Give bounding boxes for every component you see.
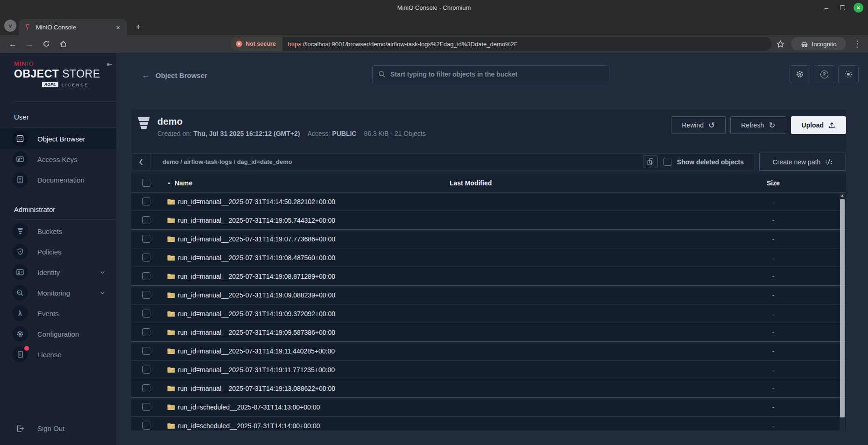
search-input[interactable] [386, 71, 609, 78]
object-size: - [731, 403, 815, 411]
scroll-up-arrow-icon[interactable]: ▲ [840, 193, 845, 198]
tab-close-button[interactable]: × [114, 23, 122, 31]
row-checkbox[interactable] [142, 254, 150, 261]
create-new-path-button[interactable]: Create new path [759, 153, 846, 171]
sidebar-item-label: Access Keys [37, 155, 78, 163]
brand-min: MIN [14, 60, 27, 67]
buckets-icon [17, 227, 24, 235]
copy-path-button[interactable] [643, 155, 658, 168]
upload-button[interactable]: Upload [791, 116, 846, 134]
not-secure-icon: ✕ [236, 41, 242, 47]
bucket-icon [137, 116, 151, 132]
reload-button[interactable] [39, 37, 53, 51]
show-deleted-checkbox[interactable] [663, 158, 671, 166]
browser-forward-button[interactable]: → [22, 37, 36, 51]
sidebar-item-buckets[interactable]: Buckets [0, 221, 116, 241]
scrollbar-thumb[interactable] [840, 199, 845, 417]
address-bar[interactable]: ✕ Not secure https://localhost:9001/brow… [230, 37, 771, 51]
tab-strip: ˅ MinIO Console × + [0, 15, 868, 35]
object-size: - [731, 273, 815, 280]
table-row[interactable]: run_id=manual__2025-07-31T14:19:13.08862… [131, 379, 846, 398]
sort-asc-icon[interactable]: ▲ [167, 181, 171, 185]
breadcrumb[interactable]: demo / airflow-task-logs / dag_id=date_d… [150, 158, 643, 165]
help-button[interactable]: ? [814, 65, 834, 83]
window-maximize-button[interactable] [838, 3, 847, 13]
bucket-panel: demo Created on: Thu, Jul 31 2025 16:12:… [131, 110, 846, 423]
folder-icon [167, 254, 175, 261]
table-row[interactable]: run_id=manual__2025-07-31T14:19:09.58738… [131, 323, 846, 342]
table-row[interactable]: run_id=manual__2025-07-31T14:19:09.08823… [131, 286, 846, 304]
column-header-name[interactable]: Name [175, 179, 192, 187]
home-button[interactable] [56, 37, 70, 51]
select-all-checkbox[interactable] [142, 179, 150, 187]
table-row[interactable]: run_id=manual__2025-07-31T14:19:11.77123… [131, 360, 846, 379]
row-checkbox[interactable] [142, 384, 150, 392]
tab-search-button[interactable]: ˅ [4, 20, 16, 32]
sidebar-item-policies[interactable]: Policies [0, 241, 116, 262]
table-row[interactable]: run_id=scheduled__2025-07-31T14:13:00+00… [131, 398, 846, 417]
refresh-button[interactable]: Refresh ↻ [730, 116, 786, 134]
row-checkbox[interactable] [142, 216, 150, 224]
row-checkbox[interactable] [142, 235, 150, 243]
sidebar-divider [14, 219, 116, 220]
table-row[interactable]: run_id=manual__2025-07-31T14:14:50.28210… [131, 192, 846, 211]
row-checkbox[interactable] [142, 422, 150, 430]
create-path-icon [825, 159, 833, 165]
brand-object: OBJECT [14, 68, 59, 80]
settings-button[interactable] [790, 65, 810, 83]
object-size: - [731, 366, 815, 374]
object-name: run_id=scheduled__2025-07-31T14:13:00+00… [178, 403, 320, 411]
table-row[interactable]: run_id=manual__2025-07-31T14:19:09.37209… [131, 304, 846, 323]
created-label: Created on: [157, 130, 191, 137]
row-checkbox[interactable] [142, 272, 150, 280]
row-checkbox[interactable] [142, 198, 150, 205]
sidebar-divider [14, 127, 116, 127]
table-row[interactable]: run_id=manual__2025-07-31T14:19:05.74431… [131, 211, 846, 230]
table-row[interactable]: run_id=manual__2025-07-31T14:19:08.48756… [131, 248, 846, 267]
sidebar-item-documentation[interactable]: Documentation [0, 170, 116, 190]
browser-tab[interactable]: MinIO Console × [19, 19, 127, 35]
row-checkbox[interactable] [142, 347, 150, 355]
path-bar: demo / airflow-task-logs / dag_id=date_d… [131, 153, 755, 171]
column-header-size[interactable]: Size [731, 179, 815, 187]
new-tab-button[interactable]: + [132, 21, 144, 33]
row-checkbox[interactable] [142, 366, 150, 374]
sidebar-item-configuration[interactable]: Configuration [0, 324, 116, 344]
table-row[interactable]: run_id=manual__2025-07-31T14:19:07.77368… [131, 230, 846, 248]
folder-icon [167, 423, 175, 429]
window-close-button[interactable]: × [854, 3, 863, 13]
sidebar-item-license[interactable]: License [0, 344, 116, 365]
sidebar-item-events[interactable]: λ Events [0, 303, 116, 324]
access-label: Access: [307, 130, 330, 137]
column-header-last-modified[interactable]: Last Modified [442, 179, 731, 187]
object-name: run_id=manual__2025-07-31T14:19:05.74431… [178, 217, 335, 224]
sidebar-item-object-browser[interactable]: Object Browser [0, 128, 116, 149]
theme-toggle-button[interactable] [838, 65, 859, 83]
page-back-icon[interactable]: ← [141, 71, 150, 80]
path-back-button[interactable] [132, 154, 150, 170]
object-name: run_id=manual__2025-07-31T14:19:07.77368… [178, 235, 335, 243]
table-row[interactable]: run_id=scheduled__2025-07-31T14:14:00+00… [131, 417, 846, 431]
row-checkbox[interactable] [142, 310, 150, 318]
search-icon [378, 71, 386, 78]
row-checkbox[interactable] [142, 328, 150, 336]
security-chip[interactable]: ✕ Not secure [230, 37, 282, 51]
browser-menu-button[interactable]: ⋮ [850, 37, 864, 51]
collapse-sidebar-icon[interactable]: ⇤ [106, 60, 113, 69]
rewind-button[interactable]: Rewind ↺ [671, 116, 726, 134]
object-size: - [731, 217, 815, 224]
table-row[interactable]: run_id=manual__2025-07-31T14:19:08.87128… [131, 267, 846, 286]
sidebar-item-identity[interactable]: Identity [0, 262, 116, 283]
sidebar-item-access-keys[interactable]: Access Keys [0, 149, 116, 170]
window-minimize-button[interactable]: – [822, 3, 831, 13]
sidebar-item-monitoring[interactable]: Monitoring [0, 283, 116, 303]
bookmark-button[interactable] [773, 37, 787, 51]
incognito-badge: Incognito [791, 37, 846, 50]
row-checkbox[interactable] [142, 403, 150, 411]
sidebar-item-sign-out[interactable]: Sign Out [0, 418, 116, 438]
row-checkbox[interactable] [142, 291, 150, 299]
table-row[interactable]: run_id=manual__2025-07-31T14:19:11.44028… [131, 342, 846, 360]
browser-back-button[interactable]: ← [6, 37, 20, 51]
incognito-icon [801, 41, 808, 48]
object-name: run_id=manual__2025-07-31T14:19:09.37209… [178, 310, 335, 318]
